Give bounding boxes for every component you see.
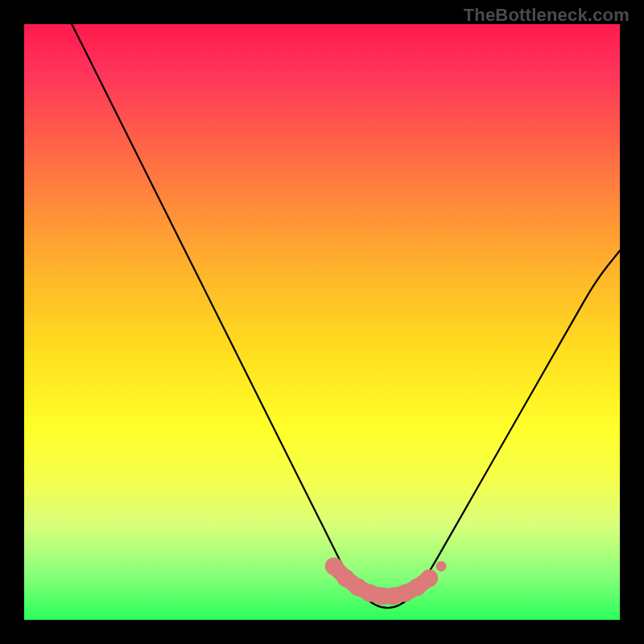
highlight-marker	[436, 561, 447, 572]
highlight-marker-group	[325, 557, 447, 605]
bottleneck-curve-path	[72, 24, 620, 608]
highlight-marker	[420, 569, 438, 587]
chart-frame: TheBottleneck.com	[0, 0, 644, 644]
watermark-text: TheBottleneck.com	[464, 5, 630, 26]
plot-area	[24, 24, 620, 620]
bottleneck-curve-svg	[24, 24, 620, 620]
